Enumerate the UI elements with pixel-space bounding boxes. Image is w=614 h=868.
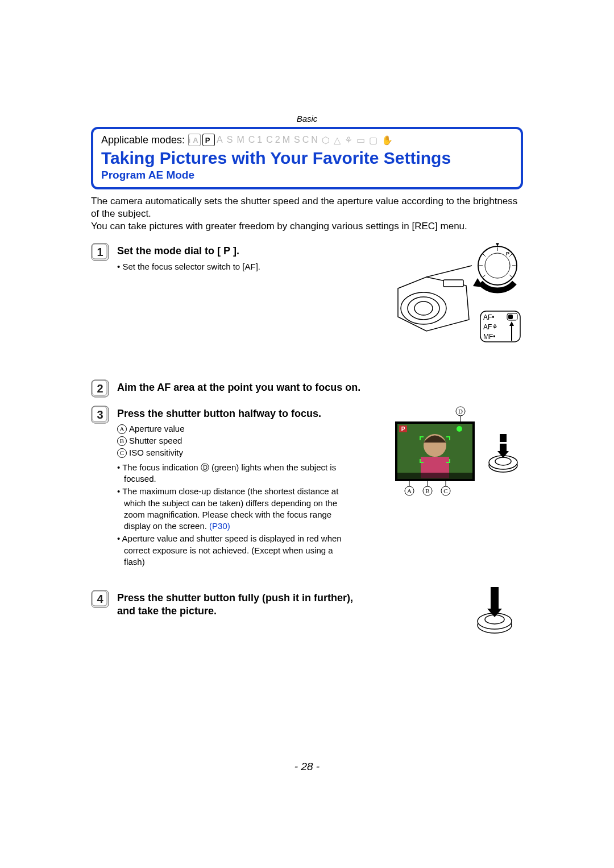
svg-text:A: A [407,487,412,494]
mode-icon-12: ▢ [369,135,380,146]
step-number-3: 3 [91,406,109,424]
svg-text:P: P [506,251,509,257]
step-1-text-a: Set the mode dial to [ [117,245,221,257]
intro-line-1: The camera automatically sets the shutte… [91,195,523,220]
svg-rect-42 [397,473,472,479]
applicable-modes-label: Applicable modes: [101,134,185,146]
mode-icons-row: iA P A S M C1 C2M SCN ⬡ △ ⚘ ▭ ▢ ✋ [188,134,395,146]
mode-icon-scn: SCN [294,135,320,145]
svg-text:AF•: AF• [483,313,495,321]
mode-icon-c2m: C2M [266,135,292,145]
mode-icon-10: ⚘ [345,135,355,146]
step-3-bullet-2: The maximum close-up distance (the short… [117,486,356,532]
svg-text:4: 4 [97,593,103,605]
svg-text:P: P [401,426,405,432]
svg-text:MF•: MF• [483,333,496,341]
mode-icon-13: ✋ [381,135,395,146]
step-1-bullet: Set the focus selector switch to [AF]. [117,261,356,272]
title-box: Applicable modes: iA P A S M C1 C2M SCN … [91,127,523,189]
step-3-bullet-1: The focus indication Ⓓ (green) lights wh… [117,462,356,485]
svg-text:D: D [458,408,463,415]
svg-point-41 [457,426,462,432]
mode-icon-a: A [217,135,225,145]
svg-text:1: 1 [97,246,103,258]
p-mode-glyph: P [223,245,230,258]
page-number: - 28 - [91,760,523,773]
svg-point-54 [495,457,511,465]
intro-text: The camera automatically sets the shutte… [91,195,523,233]
step-1: 1 Set the mode dial to [ P ]. Set the fo… [91,243,383,281]
svg-rect-64 [491,587,499,609]
svg-text:B: B [425,487,429,494]
intro-line-2: You can take pictures with greater freed… [91,220,523,233]
svg-text:▼: ▼ [495,243,500,247]
step-number-1: 1 [91,243,109,261]
mode-icon-11: ▭ [356,135,367,146]
mode-icon-ia: iA [188,134,201,146]
svg-rect-16 [443,280,463,287]
step-3-legend: AAperture value BShutter speed CISO sens… [117,423,383,458]
page-title: Taking Pictures with Your Favorite Setti… [101,148,513,168]
shutter-half-press-icon [489,434,517,472]
svg-text:C: C [443,487,447,494]
step-1-text-b: ]. [233,245,239,257]
step-3: 3 Press the shutter button halfway to fo… [91,406,383,576]
svg-point-1 [478,246,517,285]
section-header: Basic [91,114,523,123]
step-4: 4 Press the shutter button fully (push i… [91,590,463,617]
figure-lcd-preview: D P A B C [392,406,523,502]
step-number-2: 2 [91,379,109,398]
step-2: 2 Aim the AF area at the point you want … [91,379,523,398]
mode-icon-9: △ [334,135,343,146]
svg-text:2: 2 [97,382,103,395]
mode-icon-8: ⬡ [322,135,332,146]
step-number-4: 4 [91,590,109,608]
mode-icon-p: P [202,134,215,146]
svg-rect-20 [508,315,513,319]
step-3-bullet-3: Aperture value and shutter speed is disp… [117,533,356,568]
shutter-full-press-icon [472,584,523,635]
mode-icon-c1: C1 [248,135,264,145]
svg-rect-57 [500,442,507,444]
svg-text:AF⚘: AF⚘ [483,323,498,331]
mode-icon-s: S [227,135,235,145]
page-subtitle: Program AE Mode [101,169,513,181]
link-p30[interactable]: (P30) [209,521,230,531]
step-4-text: Press the shutter button fully (push it … [117,590,356,617]
step-3-text: Press the shutter button halfway to focu… [117,408,321,419]
mode-icon-m: M [237,135,246,145]
step-2-text: Aim the AF area at the point you want to… [117,379,523,394]
figure-camera-dial: ▼ P AF• AF⚘ MF• [392,243,523,357]
svg-text:3: 3 [97,408,103,421]
